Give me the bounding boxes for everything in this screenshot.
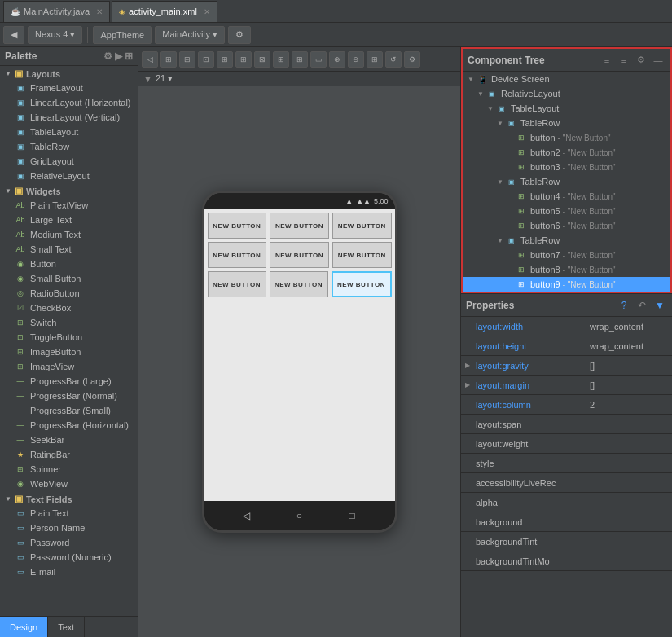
tree-item-button8[interactable]: ⊞ button8 - "New Button" bbox=[463, 262, 670, 277]
palette-item-radiobutton[interactable]: ◎ RadioButton bbox=[0, 286, 138, 301]
palette-item-spinner[interactable]: ⊞ Spinner bbox=[0, 462, 138, 477]
nav-back-btn[interactable]: ◁ bbox=[239, 507, 255, 524]
settings-button[interactable]: ⚙ bbox=[228, 26, 251, 44]
nav-home-btn[interactable]: ○ bbox=[291, 507, 307, 524]
tree-item-button7[interactable]: ⊞ button7 - "New Button" bbox=[463, 248, 670, 262]
tab-xml-close[interactable]: ✕ bbox=[204, 7, 210, 16]
prop-value-alpha[interactable] bbox=[586, 500, 672, 505]
palette-search-icon[interactable]: ▶ bbox=[115, 51, 122, 62]
palette-item-medium-text[interactable]: Ab Medium Text bbox=[0, 227, 138, 242]
prop-value-layout-margin[interactable]: [] bbox=[586, 378, 672, 393]
palette-item-relativelayout[interactable]: ▣ RelativeLayout bbox=[0, 169, 138, 183]
palette-item-tablerow[interactable]: ▣ TableRow bbox=[0, 139, 138, 154]
tree-item-device-screen[interactable]: ▼ 📱 Device Screen bbox=[463, 72, 670, 86]
palette-item-gridlayout[interactable]: ▣ GridLayout bbox=[0, 154, 138, 169]
tab-java-close[interactable]: ✕ bbox=[96, 7, 103, 16]
palette-item-ratingbar[interactable]: ★ RatingBar bbox=[0, 447, 138, 462]
text-tab[interactable]: Text bbox=[48, 617, 85, 637]
phone-btn-1-3[interactable]: NEW BUTTON bbox=[332, 213, 392, 239]
phone-btn-3-1[interactable]: NEW BUTTON bbox=[208, 271, 266, 297]
palette-gear-icon[interactable]: ⚙ bbox=[103, 51, 112, 62]
palette-item-webview[interactable]: ◉ WebView bbox=[0, 477, 138, 491]
design-toolbar-settings[interactable]: ⚙ bbox=[404, 51, 420, 68]
palette-item-password-numeric[interactable]: ▭ Password (Numeric) bbox=[0, 550, 138, 565]
tree-item-tablerow-1[interactable]: ▼ ▣ TableRow bbox=[463, 116, 670, 130]
palette-item-progressbar-small[interactable]: — ProgressBar (Small) bbox=[0, 403, 138, 418]
palette-item-seekbar[interactable]: — SeekBar bbox=[0, 433, 138, 447]
phone-btn-1-1[interactable]: NEW BUTTON bbox=[208, 213, 267, 239]
design-toolbar-icon-10[interactable]: ▭ bbox=[310, 51, 327, 68]
tree-item-button4[interactable]: ⊞ button4 - "New Button" bbox=[463, 189, 670, 204]
tree-settings-icon[interactable]: ⚙ bbox=[634, 53, 648, 68]
phone-btn-3-2[interactable]: NEW BUTTON bbox=[270, 271, 328, 297]
design-toolbar-icon-1[interactable]: ◁ bbox=[142, 51, 158, 68]
prop-value-layout-span[interactable] bbox=[586, 422, 672, 427]
prop-row-style[interactable]: style bbox=[461, 454, 672, 473]
phone-btn-2-3[interactable]: NEW BUTTON bbox=[332, 242, 392, 268]
prop-row-layout-weight[interactable]: layout:weight bbox=[461, 434, 672, 454]
tree-item-tablelayout[interactable]: ▼ ▣ TableLayout bbox=[463, 101, 670, 116]
palette-item-togglebutton[interactable]: ⊡ ToggleButton bbox=[0, 330, 138, 345]
prop-row-layout-width[interactable]: layout:width wrap_content bbox=[461, 317, 672, 336]
prop-row-background-tint[interactable]: backgroundTint bbox=[461, 532, 672, 551]
palette-item-progressbar-h[interactable]: — ProgressBar (Horizontal) bbox=[0, 418, 138, 433]
palette-item-small-button[interactable]: ◉ Small Button bbox=[0, 271, 138, 286]
props-filter-icon[interactable]: ▼ bbox=[652, 298, 667, 313]
palette-item-person-name[interactable]: ▭ Person Name bbox=[0, 521, 138, 535]
design-toolbar-icon-13[interactable]: ⊞ bbox=[367, 51, 383, 68]
tab-main-activity-java[interactable]: ☕ MainActivity.java ✕ bbox=[3, 1, 110, 22]
prop-row-layout-span[interactable]: layout:span bbox=[461, 415, 672, 434]
prop-row-layout-margin[interactable]: ▶ layout:margin [] bbox=[461, 376, 672, 395]
prop-value-background-tint[interactable] bbox=[586, 539, 672, 544]
phone-btn-2-1[interactable]: NEW BUTTON bbox=[208, 242, 267, 268]
prop-value-accessibility[interactable] bbox=[586, 481, 672, 485]
palette-item-large-text[interactable]: Ab Large Text bbox=[0, 213, 138, 227]
palette-section-layouts[interactable]: ▼ ▣ Layouts bbox=[0, 66, 138, 81]
design-toolbar-icon-4[interactable]: ⊡ bbox=[198, 51, 214, 68]
prop-row-accessibility[interactable]: accessibilityLiveRec bbox=[461, 473, 672, 493]
prop-value-background[interactable] bbox=[586, 520, 672, 525]
props-undo-icon[interactable]: ↶ bbox=[635, 298, 649, 313]
palette-section-textfields[interactable]: ▼ ▣ Text Fields bbox=[0, 491, 138, 506]
phone-btn-1-2[interactable]: NEW BUTTON bbox=[270, 213, 329, 239]
palette-item-checkbox[interactable]: ☑ CheckBox bbox=[0, 301, 138, 315]
design-toolbar-zoom[interactable]: ↺ bbox=[385, 51, 402, 68]
tree-item-button9[interactable]: ⊞ button9 - "New Button" bbox=[463, 277, 670, 292]
prop-row-background[interactable]: background bbox=[461, 512, 672, 532]
tree-pin-icon[interactable]: — bbox=[651, 53, 665, 68]
palette-item-small-text[interactable]: Ab Small Text bbox=[0, 242, 138, 257]
prop-row-layout-gravity[interactable]: ▶ layout:gravity [] bbox=[461, 356, 672, 376]
palette-item-plain-textview[interactable]: Ab Plain TextView bbox=[0, 198, 138, 213]
prop-value-style[interactable] bbox=[586, 461, 672, 466]
palette-item-imagebutton[interactable]: ⊞ ImageButton bbox=[0, 345, 138, 359]
prop-value-layout-column[interactable]: 2 bbox=[586, 398, 672, 412]
prop-value-layout-weight[interactable] bbox=[586, 442, 672, 446]
prev-button[interactable]: ◀ bbox=[3, 26, 24, 44]
palette-item-password[interactable]: ▭ Password bbox=[0, 535, 138, 550]
tree-item-tablerow-3[interactable]: ▼ ▣ TableRow bbox=[463, 233, 670, 248]
prop-row-background-tint-mo[interactable]: backgroundTintMo bbox=[461, 551, 672, 571]
phone-btn-3-3[interactable]: NEW BUTTON bbox=[332, 271, 392, 297]
design-toolbar-icon-6[interactable]: ⊞ bbox=[235, 51, 252, 68]
prop-value-layout-width[interactable]: wrap_content bbox=[586, 319, 672, 334]
api-level-value[interactable]: 21 ▾ bbox=[156, 73, 173, 84]
prop-row-layout-height[interactable]: layout:height wrap_content bbox=[461, 336, 672, 356]
tree-item-tablerow-2[interactable]: ▼ ▣ TableRow bbox=[463, 174, 670, 189]
palette-item-plain-text[interactable]: ▭ Plain Text bbox=[0, 506, 138, 521]
tree-item-button2[interactable]: ⊞ button2 - "New Button" bbox=[463, 145, 670, 160]
design-tab[interactable]: Design bbox=[0, 617, 48, 637]
palette-item-tablelayout[interactable]: ▣ TableLayout bbox=[0, 125, 138, 139]
design-toolbar-icon-5[interactable]: ⊞ bbox=[217, 51, 233, 68]
tree-item-relativelayout[interactable]: ▼ ▣ RelativeLayout bbox=[463, 86, 670, 101]
tree-item-button5[interactable]: ⊞ button5 - "New Button" bbox=[463, 204, 670, 218]
design-toolbar-icon-3[interactable]: ⊟ bbox=[179, 51, 195, 68]
props-help-icon[interactable]: ? bbox=[617, 298, 631, 313]
design-toolbar-icon-9[interactable]: ⊞ bbox=[292, 51, 308, 68]
tree-collapse-icon[interactable]: ≡ bbox=[617, 53, 631, 68]
palette-item-framelayout[interactable]: ▣ FrameLayout bbox=[0, 81, 138, 95]
prop-value-background-tint-mo[interactable] bbox=[586, 559, 672, 564]
tab-activity-main-xml[interactable]: ◈ activity_main.xml ✕ bbox=[112, 1, 217, 22]
nav-recent-btn[interactable]: □ bbox=[344, 507, 360, 524]
palette-item-email[interactable]: ▭ E-mail bbox=[0, 565, 138, 579]
palette-item-switch[interactable]: ⊞ Switch bbox=[0, 315, 138, 330]
